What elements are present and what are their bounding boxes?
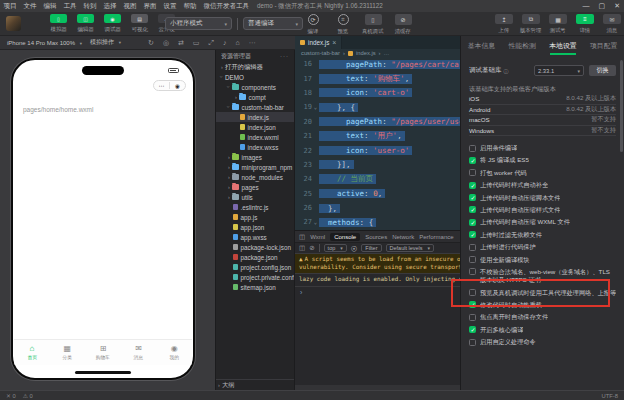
setting-checkbox-上传时进行代码保[interactable]: 上传时进行代码保护 — [469, 243, 616, 251]
setting-checkbox-上传代码时样式自[interactable]: 上传代码时样式自动补全 — [469, 181, 616, 189]
mode-select[interactable]: 小程序模式 ▾ — [165, 17, 232, 30]
scrollbar[interactable] — [620, 60, 623, 152]
checkbox-checked-icon[interactable] — [469, 231, 476, 238]
details-tab-项目配置[interactable]: 项目配置 — [583, 41, 624, 55]
checkbox-unchecked-icon[interactable] — [469, 289, 476, 296]
base-library-select[interactable]: 2.33.1 ▾ — [534, 65, 584, 76]
menu-item[interactable]: 文件 — [20, 2, 40, 11]
checkbox-unchecked-icon[interactable] — [469, 244, 476, 251]
setting-checkbox-不校验合法域名、[interactable]: 不校验合法域名、web-view（业务域名）、TLS 版本以及 HTTPS 证书 — [469, 268, 616, 284]
tree-item-utils[interactable]: ›utils — [216, 192, 294, 202]
tree-item-index.json[interactable]: index.json — [216, 122, 294, 132]
close-icon[interactable]: ✕ — [614, 0, 620, 12]
console-tab-Sources[interactable]: Sources — [365, 234, 387, 240]
menu-item[interactable]: 微信开发者工具 — [200, 2, 253, 11]
setting-checkbox-预览及真机调试时[interactable]: 预览及真机调试时使用工具代理处理网络、上报等 JS/W — [469, 289, 616, 297]
tree-item-DEMO[interactable]: ›DEMO — [216, 72, 294, 82]
tree-item-.eslintrc.js[interactable]: .eslintrc.js — [216, 202, 294, 212]
tree-item-app.json[interactable]: app.json — [216, 222, 294, 232]
fullscreen-icon[interactable]: ⤢ — [208, 36, 214, 50]
console-tab-Console[interactable]: Console — [330, 233, 360, 241]
log-levels-select[interactable]: Default levels▾ — [386, 244, 435, 252]
user-avatar[interactable] — [6, 16, 21, 31]
details-tab-性能检测[interactable]: 性能检测 — [502, 41, 543, 55]
details-tab-本地设置[interactable]: 本地设置 — [543, 41, 584, 55]
fold-icon[interactable]: ⌄ — [312, 219, 319, 225]
setting-checkbox-上传代码时自动压[interactable]: 上传代码时自动压缩样式文件 — [469, 206, 616, 214]
fold-icon[interactable]: ⌄ — [312, 104, 319, 110]
checkbox-unchecked-icon[interactable] — [469, 169, 476, 176]
action-button-编译[interactable]: ⟳ — [308, 14, 319, 25]
toggle-button-编辑器[interactable]: ◫ — [77, 14, 94, 23]
tree-item-custom-tab-bar[interactable]: ›custom-tab-bar — [216, 102, 294, 112]
tree-item-sitemap.json[interactable]: sitemap.json — [216, 282, 294, 292]
miniprogram-capsule[interactable]: ⋯ ◉ — [153, 80, 186, 91]
more-icon[interactable]: ⋯ — [249, 36, 256, 50]
project-action-button-消息[interactable]: ✉ — [603, 14, 621, 24]
phone-tab-我的[interactable]: ◉我的 — [156, 340, 192, 365]
phone-tab-首页[interactable]: ⌂首页 — [14, 340, 50, 365]
switch-library-button[interactable]: 切换 — [589, 65, 616, 76]
panel-icon[interactable]: ◫ — [299, 233, 305, 241]
tree-item-index.wxss[interactable]: index.wxss — [216, 142, 294, 152]
menu-item[interactable]: 设置 — [160, 2, 180, 11]
simulate-action-select[interactable]: 模拟操作 ▾ — [90, 38, 121, 47]
console-tab-Network[interactable]: Network — [392, 234, 414, 240]
setting-checkbox-上传代码时自动压[interactable]: 上传代码时自动压缩脚本文件 — [469, 194, 616, 202]
tree-item-打开的编辑器[interactable]: ›打开的编辑器 — [216, 62, 294, 72]
checkbox-checked-icon[interactable] — [469, 301, 476, 308]
console-tab-Performance[interactable]: Performance — [419, 234, 453, 240]
code-area[interactable]: 16pagePath: "/pages/cart/cart17text: '购物… — [295, 57, 460, 230]
project-action-button-上传[interactable]: ↥ — [495, 14, 513, 24]
tree-item-app.wxss[interactable]: app.wxss — [216, 232, 294, 242]
editor-tab-indexjs[interactable]: index.js × — [295, 36, 342, 49]
menu-item[interactable]: 界面 — [140, 2, 160, 11]
breadcrumb-item[interactable]: index.js — [356, 50, 376, 56]
rotate-icon[interactable]: ⇄ — [178, 36, 184, 50]
menu-item[interactable]: 转到 — [80, 2, 100, 11]
project-action-button-版本管理[interactable]: ⧉ — [522, 14, 540, 24]
checkbox-checked-icon[interactable] — [469, 219, 476, 226]
project-action-button-测试号[interactable]: ▦ — [549, 14, 567, 24]
filter-input[interactable]: Filter — [361, 244, 381, 252]
tree-item-project.config.json[interactable]: project.config.json — [216, 262, 294, 272]
tree-item-images[interactable]: ›images — [216, 152, 294, 162]
details-tab-基本信息[interactable]: 基本信息 — [461, 41, 502, 55]
setting-checkbox-打包 worke[interactable]: 打包 worker 代码 — [469, 169, 616, 177]
toggle-button-可视化[interactable]: ▤ — [131, 14, 148, 23]
breadcrumb-item[interactable]: custom-tab-bar — [301, 50, 340, 56]
more-icon[interactable]: ⋯ — [154, 81, 169, 91]
setting-checkbox-修改代码时自动热[interactable]: 修改代码时自动热重载 — [469, 301, 616, 309]
maximize-icon[interactable]: ▢ — [599, 0, 606, 12]
tree-item-index.js[interactable]: index.js — [216, 112, 294, 122]
breadcrumb-item[interactable]: … — [384, 50, 390, 56]
tree-item-node_modules[interactable]: ›node_modules — [216, 172, 294, 182]
action-button-清缓存[interactable]: ⊘ — [395, 14, 412, 25]
checkbox-checked-icon[interactable] — [469, 206, 476, 213]
tree-item-components[interactable]: ›components — [216, 82, 294, 92]
menu-item[interactable]: 项目 — [0, 2, 20, 11]
checkbox-unchecked-icon[interactable] — [469, 256, 476, 263]
tree-item-miniprogram_npm[interactable]: ›miniprogram_npm — [216, 162, 294, 172]
checkbox-unchecked-icon[interactable] — [469, 314, 476, 321]
setting-checkbox-启用条件编译[interactable]: 启用条件编译 — [469, 144, 616, 152]
home-icon[interactable]: ⌂ — [236, 36, 240, 50]
device-select[interactable]: iPhone 14 Pro Max 100% ▾ — [7, 40, 82, 46]
screenshot-icon[interactable]: ▭ — [193, 36, 200, 50]
outline-section[interactable]: › 大纲 — [216, 379, 294, 390]
tree-item-compt[interactable]: ›compt — [216, 92, 294, 102]
close-icon[interactable]: × — [332, 40, 336, 46]
checkbox-unchecked-icon[interactable] — [469, 268, 476, 275]
setting-checkbox-上传代码时自动压[interactable]: 上传代码时自动压缩 WXML 文件 — [469, 218, 616, 226]
checkbox-checked-icon[interactable] — [469, 194, 476, 201]
action-button-预览[interactable]: ⌗ — [338, 14, 349, 25]
console-prompt-row[interactable]: › — [295, 287, 460, 298]
phone-tab-购物车[interactable]: ⊞购物车 — [85, 340, 121, 365]
more-actions-icon[interactable]: ··· — [280, 53, 289, 59]
toggle-button-模拟器[interactable]: ▯ — [50, 14, 67, 23]
frame-select[interactable]: top▾ — [324, 244, 347, 252]
console-tab-Wxml[interactable]: Wxml — [310, 234, 325, 240]
menu-item[interactable]: 编辑 — [40, 2, 60, 11]
toggle-button-调试器[interactable]: ◉ — [104, 14, 121, 23]
minimize-icon[interactable]: — — [583, 0, 590, 12]
